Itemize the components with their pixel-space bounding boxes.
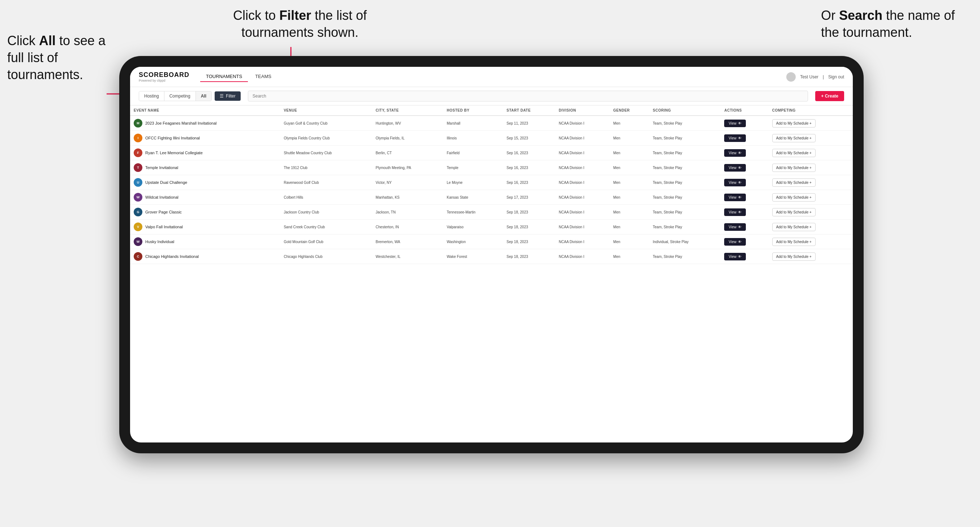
cell-scoring: Individual, Stroke Play — [649, 235, 721, 249]
table-row: W Husky Individual Gold Mountain Golf Cl… — [130, 235, 853, 249]
logo-sub: Powered by clippd — [139, 79, 189, 83]
view-button[interactable]: View 👁 — [724, 119, 746, 127]
add-to-schedule-button[interactable]: Add to My Schedule + — [772, 208, 816, 216]
event-name-text: Upstate Dual Challenge — [145, 180, 187, 184]
cell-scoring: Team, Stroke Play — [649, 205, 721, 220]
cell-competing: Add to My Schedule + — [768, 160, 853, 175]
cell-venue: Ravenwood Golf Club — [280, 175, 372, 190]
cell-division: NCAA Division I — [555, 131, 609, 146]
event-name-text: Valpo Fall Invitational — [145, 225, 183, 229]
cell-start-date: Sep 16, 2023 — [503, 175, 555, 190]
cell-city-state: Victor, NY — [372, 175, 443, 190]
cell-competing: Add to My Schedule + — [768, 116, 853, 131]
app-header: SCOREBOARD Powered by clippd TOURNAMENTS… — [130, 67, 853, 87]
cell-actions: View 👁 — [721, 235, 768, 249]
annotation-search: Or Search the name of the tournament. — [821, 7, 958, 41]
add-to-schedule-button[interactable]: Add to My Schedule + — [772, 119, 816, 127]
team-logo: W — [134, 237, 142, 246]
cell-division: NCAA Division I — [555, 146, 609, 160]
eye-icon: 👁 — [738, 181, 741, 184]
view-button[interactable]: View 👁 — [724, 223, 746, 231]
view-button[interactable]: View 👁 — [724, 149, 746, 157]
table-row: M 2023 Joe Feaganes Marshall Invitationa… — [130, 116, 853, 131]
tablet-screen: SCOREBOARD Powered by clippd TOURNAMENTS… — [130, 67, 853, 443]
view-button[interactable]: View 👁 — [724, 179, 746, 186]
cell-start-date: Sep 16, 2023 — [503, 160, 555, 175]
add-to-schedule-button[interactable]: Add to My Schedule + — [772, 149, 816, 157]
view-button[interactable]: View 👁 — [724, 208, 746, 216]
tab-all[interactable]: All — [196, 91, 212, 101]
search-input[interactable] — [248, 90, 808, 102]
logo-area: SCOREBOARD Powered by clippd — [139, 71, 189, 83]
cell-gender: Men — [609, 146, 649, 160]
cell-actions: View 👁 — [721, 116, 768, 131]
add-to-schedule-button[interactable]: Add to My Schedule + — [772, 163, 816, 172]
nav-tabs: TOURNAMENTS TEAMS — [200, 71, 786, 82]
cell-start-date: Sep 15, 2023 — [503, 131, 555, 146]
col-division: DIVISION — [555, 105, 609, 116]
cell-competing: Add to My Schedule + — [768, 249, 853, 264]
cell-hosted-by: Valparaiso — [443, 220, 503, 235]
cell-venue: Jackson Country Club — [280, 205, 372, 220]
cell-hosted-by: Kansas State — [443, 190, 503, 205]
cell-division: NCAA Division I — [555, 175, 609, 190]
cell-event-name: I OFCC Fighting Illini Invitational — [130, 131, 280, 146]
team-logo: T — [134, 163, 142, 172]
eye-icon: 👁 — [738, 210, 741, 214]
cell-start-date: Sep 11, 2023 — [503, 116, 555, 131]
annotation-all: Click All to see a full list of tourname… — [7, 32, 108, 83]
cell-city-state: Manhattan, KS — [372, 190, 443, 205]
event-name-text: Husky Individual — [145, 240, 174, 244]
cell-city-state: Westchester, IL — [372, 249, 443, 264]
add-to-schedule-button[interactable]: Add to My Schedule + — [772, 252, 816, 261]
event-name-text: OFCC Fighting Illini Invitational — [145, 136, 200, 140]
nav-tab-teams[interactable]: TEAMS — [249, 71, 277, 82]
sign-out-link[interactable]: Sign out — [828, 75, 844, 79]
view-button[interactable]: View 👁 — [724, 164, 746, 171]
nav-tab-tournaments[interactable]: TOURNAMENTS — [200, 71, 248, 82]
cell-scoring: Team, Stroke Play — [649, 116, 721, 131]
cell-division: NCAA Division I — [555, 205, 609, 220]
cell-actions: View 👁 — [721, 175, 768, 190]
event-name-text: Temple Invitational — [145, 165, 178, 170]
table-row: U Upstate Dual Challenge Ravenwood Golf … — [130, 175, 853, 190]
col-gender: GENDER — [609, 105, 649, 116]
cell-city-state: Chesterton, IN — [372, 220, 443, 235]
annotation-filter: Click to Filter the list of tournaments … — [210, 7, 390, 41]
view-button[interactable]: View 👁 — [724, 194, 746, 201]
view-button[interactable]: View 👁 — [724, 134, 746, 142]
tab-competing[interactable]: Competing — [164, 91, 196, 101]
cell-venue: Colbert Hills — [280, 190, 372, 205]
cell-scoring: Team, Stroke Play — [649, 175, 721, 190]
cell-division: NCAA Division I — [555, 116, 609, 131]
create-button[interactable]: + Create — [815, 91, 844, 101]
add-to-schedule-button[interactable]: Add to My Schedule + — [772, 223, 816, 231]
cell-gender: Men — [609, 220, 649, 235]
cell-scoring: Team, Stroke Play — [649, 160, 721, 175]
cell-hosted-by: Illinois — [443, 131, 503, 146]
add-to-schedule-button[interactable]: Add to My Schedule + — [772, 238, 816, 246]
col-scoring: SCORING — [649, 105, 721, 116]
add-to-schedule-button[interactable]: Add to My Schedule + — [772, 178, 816, 187]
cell-scoring: Team, Stroke Play — [649, 190, 721, 205]
cell-gender: Men — [609, 249, 649, 264]
team-logo: M — [134, 119, 142, 127]
eye-icon: 👁 — [738, 255, 741, 259]
separator: | — [823, 75, 824, 79]
add-to-schedule-button[interactable]: Add to My Schedule + — [772, 193, 816, 202]
team-logo: C — [134, 252, 142, 261]
filter-button[interactable]: ☰ Filter — [215, 91, 241, 101]
add-to-schedule-button[interactable]: Add to My Schedule + — [772, 134, 816, 142]
tab-hosting[interactable]: Hosting — [139, 91, 164, 101]
filter-label: Filter — [226, 94, 235, 98]
team-logo: W — [134, 193, 142, 202]
tournaments-table: EVENT NAME VENUE CITY, STATE HOSTED BY S… — [130, 105, 853, 264]
user-avatar — [786, 72, 796, 82]
view-button[interactable]: View 👁 — [724, 253, 746, 260]
cell-scoring: Team, Stroke Play — [649, 249, 721, 264]
team-logo: V — [134, 222, 142, 231]
cell-actions: View 👁 — [721, 190, 768, 205]
cell-city-state: Olympia Fields, IL — [372, 131, 443, 146]
view-button[interactable]: View 👁 — [724, 238, 746, 246]
cell-city-state: Berlin, CT — [372, 146, 443, 160]
